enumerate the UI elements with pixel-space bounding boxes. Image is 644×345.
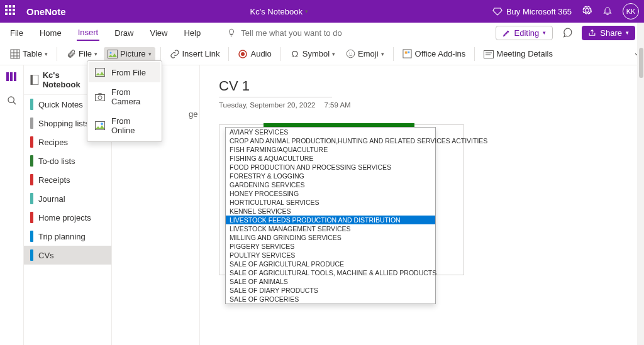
dropdown-option[interactable]: SALE OF DIARY PRODUCTS	[226, 286, 435, 295]
dropdown-option[interactable]: GARDENING SERVICES	[226, 180, 435, 189]
app-name: OneNote	[26, 6, 66, 17]
insert-link-button[interactable]: Insert Link	[166, 47, 224, 61]
chevron-down-icon: ▾	[381, 51, 384, 57]
notebook-title-dropdown[interactable]: Kc's Notebook ▾	[66, 7, 492, 16]
paperclip-icon	[66, 49, 76, 59]
editing-mode-dropdown[interactable]: Editing ▾	[496, 26, 553, 40]
section-label: To-do lists	[38, 156, 75, 166]
picture-button[interactable]: Picture ▾	[104, 47, 155, 61]
file-label: File	[79, 49, 92, 58]
separator	[57, 47, 57, 61]
picture-from-camera[interactable]: From Camera	[89, 82, 160, 111]
from-camera-label: From Camera	[111, 87, 154, 106]
section-color-bar	[30, 99, 33, 110]
page-title[interactable]: CV 1	[219, 77, 332, 97]
section-item[interactable]: To-do lists	[24, 151, 111, 170]
section-color-bar	[30, 174, 33, 185]
meeting-icon	[484, 49, 494, 59]
file-button[interactable]: File ▾	[62, 47, 101, 61]
symbol-label: Symbol	[303, 49, 330, 58]
search-input[interactable]	[241, 28, 354, 38]
dropdown-option[interactable]: FISHING & AQUACULTURE	[226, 154, 435, 163]
search-rail-icon[interactable]	[6, 94, 18, 107]
avatar[interactable]: KK	[623, 3, 639, 19]
dropdown-option[interactable]: HONEY PROCESSING	[226, 189, 435, 198]
notebooks-rail-icon[interactable]	[6, 70, 18, 83]
meeting-details-label: Meeting Details	[496, 49, 553, 58]
section-item[interactable]: Trip planning	[24, 227, 111, 246]
svg-point-2	[110, 52, 112, 53]
dropdown-option[interactable]: FISH FARMING/AQUACULTURE	[226, 145, 435, 154]
page-time: 7:59 AM	[324, 101, 350, 109]
app-launcher-icon[interactable]	[5, 5, 18, 18]
comments-icon[interactable]	[560, 26, 574, 40]
dropdown-option[interactable]: KENNEL SERVICES	[226, 207, 435, 216]
dropdown-option[interactable]: HORTICULTURAL SERVICES	[226, 198, 435, 207]
dropdown-option[interactable]: CROP AND ANIMAL PRODUCTION,HUNTING AND R…	[226, 136, 435, 145]
omega-icon: Ω	[290, 49, 300, 59]
picture-from-online[interactable]: From Online	[89, 111, 160, 140]
dropdown-option[interactable]: AVIARY SERVICES	[226, 128, 435, 136]
dropdown-option[interactable]: SALE OF GROCERIES	[226, 295, 435, 304]
page-content[interactable]: CV 1 Tuesday, September 20, 2022 7:59 AM…	[200, 65, 644, 345]
picture-from-file[interactable]: From File	[89, 62, 160, 82]
meeting-details-button[interactable]: Meeting Details	[480, 47, 557, 61]
dropdown-option[interactable]: LIVESTOCK MANAGEMENT SERVICES	[226, 224, 435, 233]
menubar: FileHomeInsertDrawViewHelp Editing ▾ Sha…	[0, 23, 644, 43]
section-color-bar	[30, 193, 33, 204]
office-addins-button[interactable]: Office Add-ins	[399, 47, 470, 61]
section-color-bar	[30, 249, 33, 261]
table-button[interactable]: Table ▾	[6, 47, 52, 61]
chevron-down-icon: ▾	[94, 51, 97, 57]
svg-point-20	[98, 96, 102, 99]
separator	[393, 47, 394, 61]
svg-point-22	[101, 123, 103, 125]
dropdown-option[interactable]: FORESTRY & LOGGING	[226, 172, 435, 180]
menu-item-view[interactable]: View	[149, 26, 169, 40]
section-label: Receipts	[38, 175, 70, 185]
chevron-down-icon: ▾	[543, 30, 546, 36]
section-item[interactable]: Journal	[24, 189, 111, 208]
pencil-icon	[502, 29, 511, 37]
menu-item-draw[interactable]: Draw	[113, 26, 135, 40]
section-color-bar	[30, 212, 33, 223]
embedded-dropdown-list[interactable]: AVIARY SERVICESCROP AND ANIMAL PRODUCTIO…	[225, 127, 436, 304]
scrollbar-thumb[interactable]	[639, 48, 643, 78]
section-item[interactable]: CVs	[24, 246, 111, 265]
emoji-label: Emoji	[358, 49, 379, 58]
buy-label: Buy Microsoft 365	[506, 7, 572, 16]
audio-button[interactable]: Audio	[234, 47, 275, 61]
dropdown-option[interactable]: SALE OF AGRICULTURAL PRODUCE	[226, 260, 435, 268]
chevron-down-icon: ▾	[332, 51, 335, 57]
dropdown-option[interactable]: SALE OF AGRICULTURAL TOOLS, MACHINE & AL…	[226, 268, 435, 277]
menu-item-home[interactable]: Home	[38, 26, 63, 40]
dropdown-option[interactable]: PIGGERY SERVICES	[226, 242, 435, 251]
menu-item-help[interactable]: Help	[182, 26, 202, 40]
menu-item-file[interactable]: File	[9, 26, 25, 40]
settings-icon[interactable]	[582, 5, 592, 18]
svg-rect-9	[405, 52, 408, 54]
chevron-down-icon: ▾	[45, 51, 48, 57]
menu-item-insert[interactable]: Insert	[77, 25, 100, 41]
emoji-icon	[345, 49, 355, 59]
separator	[228, 47, 229, 61]
section-item[interactable]: Home projects	[24, 208, 111, 227]
dropdown-option[interactable]: SALE OF ANIMALS	[226, 277, 435, 286]
separator	[474, 47, 475, 61]
dropdown-option[interactable]: FOOD PRODUCTION AND PROCESSING SERVICES	[226, 163, 435, 172]
bell-icon[interactable]	[602, 6, 613, 18]
buy-microsoft-button[interactable]: Buy Microsoft 365	[492, 6, 572, 16]
from-file-label: From File	[111, 68, 146, 77]
section-label: Shopping lists	[38, 119, 89, 128]
symbol-button[interactable]: Ω Symbol ▾	[286, 47, 339, 61]
lightbulb-icon	[227, 28, 236, 37]
dropdown-option[interactable]: MILLING AND GRINDING SERVICES	[226, 233, 435, 242]
notebook-icon	[30, 75, 39, 85]
vertical-scrollbar[interactable]	[637, 23, 644, 345]
share-button[interactable]: Share ▾	[582, 26, 635, 40]
picture-dropdown-menu: From File From Camera From Online	[87, 60, 162, 142]
dropdown-option[interactable]: POULTRY SERVICES	[226, 251, 435, 260]
emoji-button[interactable]: Emoji ▾	[341, 47, 388, 61]
dropdown-option[interactable]: LIVESTOCK FEEDS PRODUCTION AND DISTRIBUT…	[226, 216, 435, 224]
section-item[interactable]: Receipts	[24, 170, 111, 189]
